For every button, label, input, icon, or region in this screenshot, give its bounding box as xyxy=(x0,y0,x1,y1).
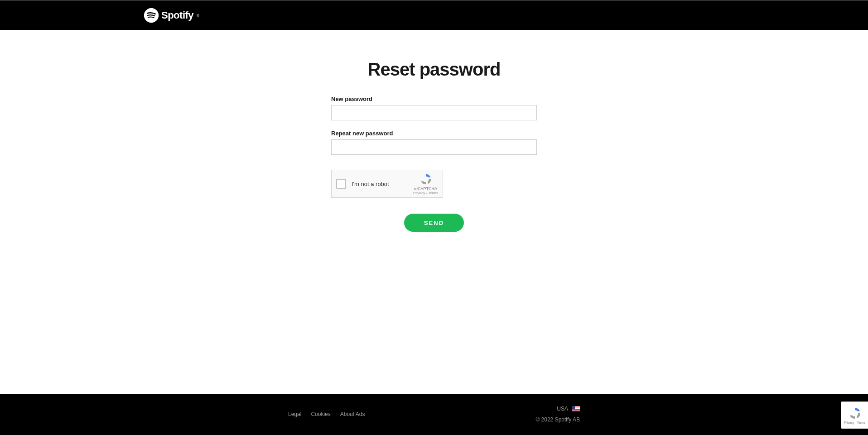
brand-name: Spotify xyxy=(161,10,193,21)
send-button[interactable]: SEND xyxy=(404,214,464,232)
registered-mark: ® xyxy=(197,14,199,18)
spotify-logo[interactable]: Spotify ® xyxy=(144,8,199,23)
recaptcha-badge-text: Privacy - Terms xyxy=(844,421,865,424)
footer: Legal Cookies About Ads USA © 2022 Spoti… xyxy=(0,394,868,435)
recaptcha-terms-link[interactable]: Terms xyxy=(428,191,438,195)
footer-links: Legal Cookies About Ads xyxy=(288,411,365,417)
footer-link-about-ads[interactable]: About Ads xyxy=(340,411,365,417)
recaptcha-brand: reCAPTCHA xyxy=(414,186,437,191)
recaptcha-checkbox[interactable] xyxy=(336,179,346,189)
recaptcha-info: reCAPTCHA Privacy - Terms xyxy=(413,173,438,195)
country-name: USA xyxy=(557,406,568,412)
footer-right: USA © 2022 Spotify AB xyxy=(535,406,580,423)
page-title: Reset password xyxy=(368,59,501,80)
usa-flag-icon xyxy=(572,406,580,411)
copyright: © 2022 Spotify AB xyxy=(535,416,580,423)
recaptcha-label: I'm not a robot xyxy=(352,181,389,187)
reset-password-form: New password Repeat new password I'm not… xyxy=(331,96,537,232)
recaptcha-badge[interactable]: Privacy - Terms xyxy=(841,402,868,429)
recaptcha-badge-icon xyxy=(848,406,862,420)
recaptcha-widget: I'm not a robot reCAPTCHA Privacy - Term… xyxy=(331,170,443,198)
spotify-icon xyxy=(144,8,159,23)
repeat-password-input[interactable] xyxy=(331,139,537,155)
recaptcha-links: Privacy - Terms xyxy=(413,191,438,195)
footer-inner: Legal Cookies About Ads USA © 2022 Spoti… xyxy=(144,406,724,423)
repeat-password-label: Repeat new password xyxy=(331,130,537,137)
new-password-input[interactable] xyxy=(331,105,537,120)
footer-link-legal[interactable]: Legal xyxy=(288,411,301,417)
main-content: Reset password New password Repeat new p… xyxy=(0,30,868,394)
country-selector[interactable]: USA xyxy=(557,406,580,412)
footer-link-cookies[interactable]: Cookies xyxy=(311,411,330,417)
recaptcha-privacy-link[interactable]: Privacy xyxy=(413,191,425,195)
new-password-label: New password xyxy=(331,96,537,102)
recaptcha-icon xyxy=(420,173,432,186)
header: Spotify ® xyxy=(0,1,868,30)
